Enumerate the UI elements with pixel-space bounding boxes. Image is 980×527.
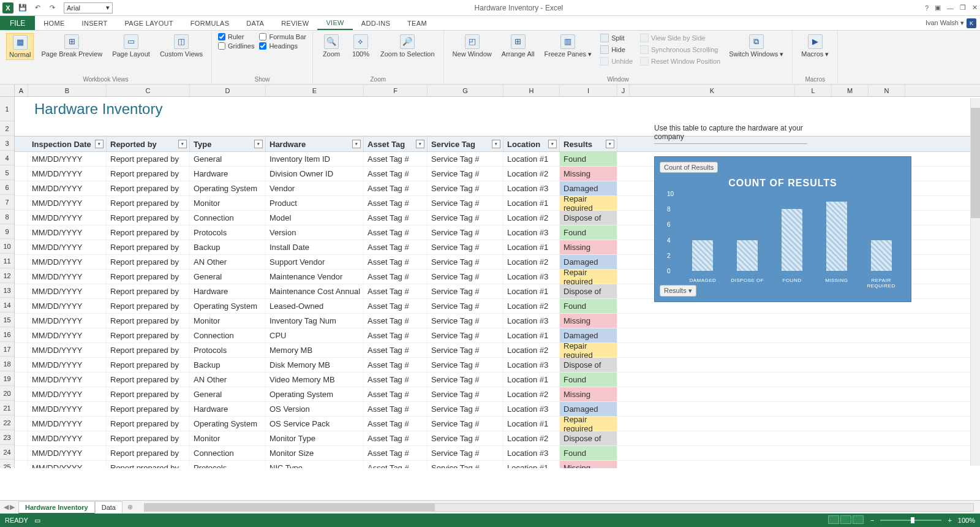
cell[interactable]: Hardware xyxy=(190,167,266,181)
cell[interactable]: Location #1 xyxy=(503,373,560,387)
cell[interactable]: Monitor Type xyxy=(266,431,364,445)
cell[interactable]: Service Tag # xyxy=(428,373,503,387)
cell[interactable]: Service Tag # xyxy=(428,270,503,284)
filter-icon[interactable]: ▾ xyxy=(352,140,361,148)
cell[interactable]: Asset Tag # xyxy=(364,299,428,313)
cell[interactable]: AN Other xyxy=(190,255,266,269)
tab-home[interactable]: HOME xyxy=(35,16,73,30)
column-header-inspection-date[interactable]: Inspection Date▾ xyxy=(28,137,107,151)
cell[interactable]: MM/DD/YYYY xyxy=(28,417,107,431)
row-header[interactable]: 6 xyxy=(0,180,14,195)
select-all-corner[interactable] xyxy=(0,85,15,96)
row-header[interactable]: 20 xyxy=(0,386,14,401)
cell[interactable]: General xyxy=(190,152,266,166)
cell[interactable]: Connection xyxy=(190,211,266,225)
row-header[interactable]: 17 xyxy=(0,342,14,357)
row-header[interactable]: 22 xyxy=(0,415,14,430)
cell[interactable]: Monitor xyxy=(190,431,266,445)
cell[interactable]: Report prepared by xyxy=(107,358,190,372)
arrange-all-button[interactable]: ⊞Arrange All xyxy=(499,33,537,59)
cell[interactable]: MM/DD/YYYY xyxy=(28,402,107,416)
cell[interactable]: Monitor Size xyxy=(266,446,364,460)
cell[interactable]: Report prepared by xyxy=(107,284,190,298)
cell[interactable]: Report prepared by xyxy=(107,211,190,225)
ruler-checkbox[interactable]: Ruler xyxy=(218,33,254,40)
view-mode-buttons[interactable] xyxy=(827,515,864,525)
cell[interactable]: Location #3 xyxy=(503,314,560,328)
cell[interactable]: Report prepared by xyxy=(107,167,190,181)
cell[interactable]: AN Other xyxy=(190,373,266,387)
cell[interactable]: Location #1 xyxy=(503,461,560,468)
cell[interactable]: Hardware xyxy=(190,284,266,298)
column-header[interactable]: C xyxy=(107,85,190,96)
cell[interactable]: Version xyxy=(266,226,364,240)
tab-review[interactable]: REVIEW xyxy=(273,16,317,30)
cell[interactable]: Monitor xyxy=(190,314,266,328)
cell[interactable]: Leased-Owned xyxy=(266,299,364,313)
table-row[interactable]: MM/DD/YYYYReport prepared byAN OtherVide… xyxy=(15,373,980,387)
cell[interactable]: Asset Tag # xyxy=(364,211,428,225)
row-header[interactable]: 1 xyxy=(0,97,14,121)
cell[interactable]: Asset Tag # xyxy=(364,255,428,269)
cell[interactable]: Asset Tag # xyxy=(364,417,428,431)
results-cell[interactable]: Missing xyxy=(560,314,617,328)
user-menu[interactable]: Ivan Walsh ▾K xyxy=(922,16,980,30)
cell[interactable]: Asset Tag # xyxy=(364,240,428,254)
cell[interactable]: Service Tag # xyxy=(428,167,503,181)
cell[interactable]: Location #3 xyxy=(503,446,560,460)
table-row[interactable]: MM/DD/YYYYReport prepared byBackupDisk M… xyxy=(15,358,980,373)
zoom-in-button[interactable]: + xyxy=(948,517,951,524)
cell[interactable]: Location #1 xyxy=(503,284,560,298)
cell[interactable]: Hardware xyxy=(190,402,266,416)
filter-icon[interactable]: ▾ xyxy=(548,140,557,148)
macro-record-icon[interactable]: ▭ xyxy=(34,517,40,525)
results-cell[interactable]: Missing xyxy=(560,240,617,254)
page-break-preview-button[interactable]: ⊞Page Break Preview xyxy=(39,33,105,59)
cell[interactable]: Service Tag # xyxy=(428,358,503,372)
cell[interactable]: Asset Tag # xyxy=(364,358,428,372)
cell[interactable]: MM/DD/YYYY xyxy=(28,167,107,181)
cell[interactable]: MM/DD/YYYY xyxy=(28,211,107,225)
filter-icon[interactable]: ▾ xyxy=(416,140,424,148)
cell[interactable]: Report prepared by xyxy=(107,270,190,284)
row-header[interactable]: 4 xyxy=(0,151,14,165)
cell[interactable]: Location #1 xyxy=(503,417,560,431)
ribbon-options-icon[interactable]: ▣ xyxy=(935,4,941,12)
freeze-panes-button[interactable]: ▥Freeze Panes ▾ xyxy=(542,33,595,59)
cell[interactable]: MM/DD/YYYY xyxy=(28,314,107,328)
cell[interactable]: Location #2 xyxy=(503,431,560,445)
save-icon[interactable]: 💾 xyxy=(17,2,28,13)
cell[interactable]: MM/DD/YYYY xyxy=(28,240,107,254)
cell[interactable]: Service Tag # xyxy=(428,196,503,210)
cell[interactable]: MM/DD/YYYY xyxy=(28,446,107,460)
normal-view-button[interactable]: ▦Normal xyxy=(6,33,34,60)
cell[interactable]: Report prepared by xyxy=(107,152,190,166)
cell[interactable]: Report prepared by xyxy=(107,240,190,254)
cell[interactable]: Service Tag # xyxy=(428,255,503,269)
tab-insert[interactable]: INSERT xyxy=(74,16,116,30)
cell[interactable]: Service Tag # xyxy=(428,240,503,254)
bar[interactable] xyxy=(737,240,758,271)
cell[interactable]: MM/DD/YYYY xyxy=(28,461,107,468)
results-cell[interactable]: Missing xyxy=(560,461,617,468)
cell[interactable]: Location #3 xyxy=(503,226,560,240)
horizontal-scrollbar[interactable] xyxy=(144,503,974,512)
cell[interactable]: Asset Tag # xyxy=(364,167,428,181)
add-sheet-button[interactable]: ⊕ xyxy=(123,503,138,511)
row-header[interactable]: 8 xyxy=(0,210,14,224)
results-cell[interactable]: Found xyxy=(560,226,617,240)
cell[interactable]: MM/DD/YYYY xyxy=(28,387,107,401)
row-header[interactable]: 10 xyxy=(0,239,14,254)
cell[interactable]: Asset Tag # xyxy=(364,387,428,401)
row-header[interactable]: 13 xyxy=(0,283,14,298)
cell[interactable]: Location #2 xyxy=(503,387,560,401)
cell[interactable]: MM/DD/YYYY xyxy=(28,196,107,210)
cell[interactable]: Asset Tag # xyxy=(364,431,428,445)
help-icon[interactable]: ? xyxy=(925,4,929,12)
cell[interactable]: Service Tag # xyxy=(428,402,503,416)
cell[interactable]: Report prepared by xyxy=(107,343,190,357)
cell[interactable]: MM/DD/YYYY xyxy=(28,152,107,166)
row-header[interactable]: 15 xyxy=(0,313,14,327)
cell[interactable]: General xyxy=(190,387,266,401)
cell[interactable]: Report prepared by xyxy=(107,417,190,431)
